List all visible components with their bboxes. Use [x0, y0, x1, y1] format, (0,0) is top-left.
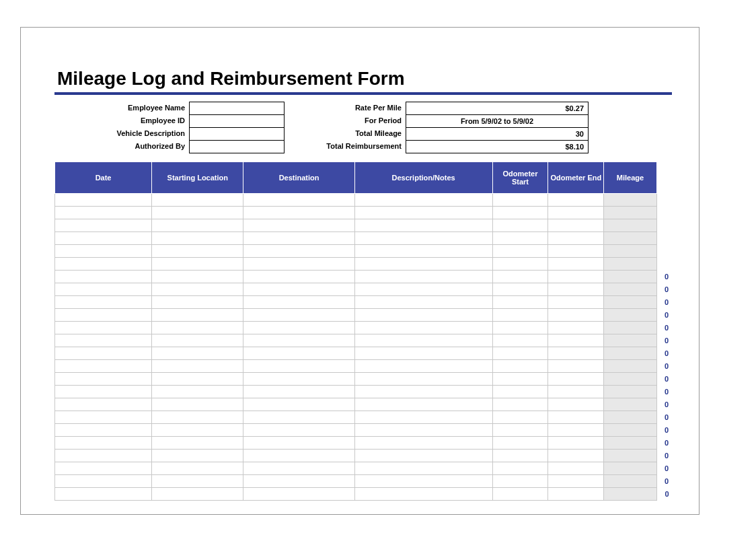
- cell-desc[interactable]: [354, 322, 492, 334]
- cell-oend[interactable]: [548, 398, 604, 411]
- cell-ostart[interactable]: [492, 232, 548, 245]
- cell-ostart[interactable]: [492, 462, 548, 475]
- cell-oend[interactable]: [548, 258, 604, 271]
- cell-start[interactable]: [152, 296, 243, 309]
- cell-oend[interactable]: [548, 462, 604, 475]
- cell-dest[interactable]: [243, 283, 354, 296]
- cell-desc[interactable]: [354, 437, 492, 450]
- cell-oend[interactable]: [548, 450, 604, 462]
- cell-start[interactable]: [152, 283, 243, 296]
- cell-date[interactable]: [55, 475, 152, 488]
- cell-date[interactable]: [55, 207, 152, 219]
- cell-oend[interactable]: [548, 271, 604, 283]
- cell-start[interactable]: [152, 322, 243, 334]
- cell-start[interactable]: [152, 398, 243, 411]
- cell-dest[interactable]: [243, 360, 354, 373]
- cell-start[interactable]: [152, 411, 243, 424]
- cell-ostart[interactable]: [492, 386, 548, 398]
- cell-desc[interactable]: [354, 245, 492, 258]
- cell-ostart[interactable]: [492, 296, 548, 309]
- cell-desc[interactable]: [354, 462, 492, 475]
- cell-ostart[interactable]: [492, 258, 548, 271]
- cell-start[interactable]: [152, 334, 243, 347]
- cell-oend[interactable]: [548, 424, 604, 437]
- cell-start[interactable]: [152, 437, 243, 450]
- cell-desc[interactable]: [354, 309, 492, 322]
- cell-oend[interactable]: [548, 488, 604, 501]
- cell-date[interactable]: [55, 347, 152, 360]
- cell-date[interactable]: [55, 296, 152, 309]
- cell-date[interactable]: [55, 245, 152, 258]
- cell-desc[interactable]: [354, 475, 492, 488]
- cell-ostart[interactable]: [492, 283, 548, 296]
- cell-ostart[interactable]: [492, 245, 548, 258]
- cell-ostart[interactable]: [492, 194, 548, 207]
- cell-ostart[interactable]: [492, 271, 548, 283]
- cell-dest[interactable]: [243, 334, 354, 347]
- cell-date[interactable]: [55, 360, 152, 373]
- cell-ostart[interactable]: [492, 309, 548, 322]
- cell-dest[interactable]: [243, 258, 354, 271]
- cell-dest[interactable]: [243, 245, 354, 258]
- cell-date[interactable]: [55, 258, 152, 271]
- cell-desc[interactable]: [354, 334, 492, 347]
- cell-oend[interactable]: [548, 232, 604, 245]
- cell-date[interactable]: [55, 450, 152, 462]
- cell-oend[interactable]: [548, 437, 604, 450]
- cell-date[interactable]: [55, 488, 152, 501]
- cell-dest[interactable]: [243, 475, 354, 488]
- cell-date[interactable]: [55, 411, 152, 424]
- cell-desc[interactable]: [354, 194, 492, 207]
- cell-ostart[interactable]: [492, 347, 548, 360]
- cell-desc[interactable]: [354, 219, 492, 232]
- cell-date[interactable]: [55, 437, 152, 450]
- cell-start[interactable]: [152, 232, 243, 245]
- cell-date[interactable]: [55, 373, 152, 386]
- cell-desc[interactable]: [354, 296, 492, 309]
- cell-start[interactable]: [152, 462, 243, 475]
- cell-dest[interactable]: [243, 271, 354, 283]
- cell-desc[interactable]: [354, 424, 492, 437]
- cell-oend[interactable]: [548, 309, 604, 322]
- cell-dest[interactable]: [243, 296, 354, 309]
- cell-oend[interactable]: [548, 245, 604, 258]
- cell-desc[interactable]: [354, 450, 492, 462]
- cell-oend[interactable]: [548, 411, 604, 424]
- cell-ostart[interactable]: [492, 334, 548, 347]
- cell-date[interactable]: [55, 232, 152, 245]
- cell-start[interactable]: [152, 360, 243, 373]
- cell-date[interactable]: [55, 271, 152, 283]
- cell-oend[interactable]: [548, 373, 604, 386]
- cell-dest[interactable]: [243, 424, 354, 437]
- cell-oend[interactable]: [548, 360, 604, 373]
- cell-start[interactable]: [152, 347, 243, 360]
- cell-oend[interactable]: [548, 194, 604, 207]
- cell-ostart[interactable]: [492, 475, 548, 488]
- vehicle-desc-input[interactable]: [190, 128, 284, 141]
- cell-oend[interactable]: [548, 475, 604, 488]
- cell-desc[interactable]: [354, 283, 492, 296]
- authorized-by-input[interactable]: [190, 141, 284, 153]
- cell-oend[interactable]: [548, 322, 604, 334]
- rate-value[interactable]: $0.27: [406, 102, 588, 115]
- cell-dest[interactable]: [243, 437, 354, 450]
- cell-dest[interactable]: [243, 309, 354, 322]
- cell-oend[interactable]: [548, 347, 604, 360]
- cell-start[interactable]: [152, 219, 243, 232]
- cell-dest[interactable]: [243, 373, 354, 386]
- cell-date[interactable]: [55, 398, 152, 411]
- cell-dest[interactable]: [243, 488, 354, 501]
- cell-oend[interactable]: [548, 283, 604, 296]
- cell-date[interactable]: [55, 219, 152, 232]
- cell-dest[interactable]: [243, 398, 354, 411]
- cell-start[interactable]: [152, 309, 243, 322]
- cell-start[interactable]: [152, 271, 243, 283]
- cell-dest[interactable]: [243, 462, 354, 475]
- cell-ostart[interactable]: [492, 411, 548, 424]
- cell-desc[interactable]: [354, 207, 492, 219]
- cell-date[interactable]: [55, 386, 152, 398]
- cell-start[interactable]: [152, 373, 243, 386]
- cell-dest[interactable]: [243, 194, 354, 207]
- cell-desc[interactable]: [354, 386, 492, 398]
- cell-desc[interactable]: [354, 232, 492, 245]
